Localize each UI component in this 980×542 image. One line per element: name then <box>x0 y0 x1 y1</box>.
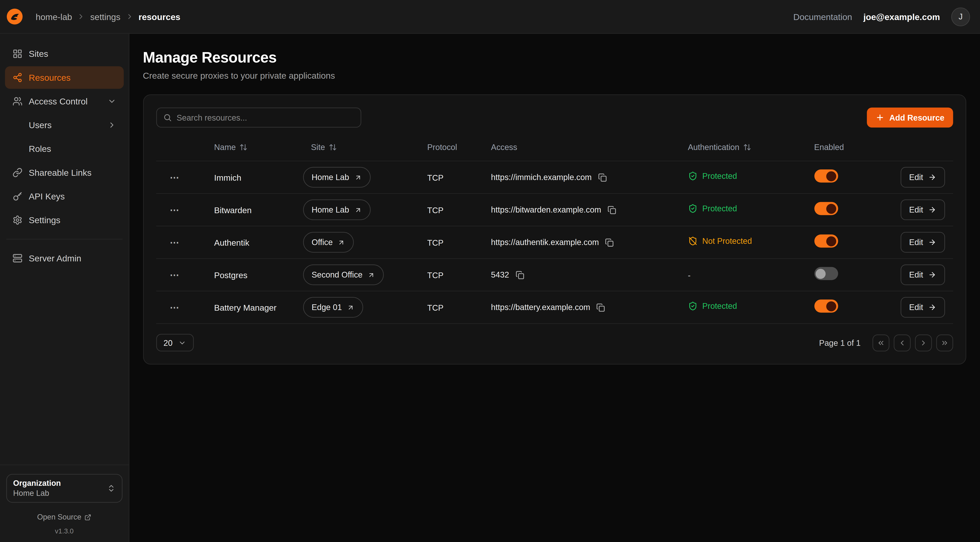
shield-check-icon <box>688 301 697 311</box>
enabled-toggle[interactable] <box>814 169 838 182</box>
edit-button-label: Edit <box>909 172 923 182</box>
site-link[interactable]: Home Lab <box>303 199 371 220</box>
open-source-link[interactable]: Open Source <box>6 513 123 521</box>
edit-button[interactable]: Edit <box>900 265 945 285</box>
sidebar-item-users[interactable]: Users <box>5 114 123 136</box>
column-header-enabled: Enabled <box>814 143 844 152</box>
resources-share-icon <box>13 73 22 83</box>
table-row: ⋯ Authentik Office TCP https://authentik… <box>156 226 953 259</box>
edit-button[interactable]: Edit <box>900 232 945 253</box>
site-link[interactable]: Edge 01 <box>303 297 363 317</box>
protocol-value: TCP <box>427 206 444 215</box>
app-root: home-lab settings resources Documentatio… <box>0 0 980 542</box>
row-menu-button[interactable]: ⋯ <box>169 300 181 314</box>
arrow-up-right-icon <box>338 239 345 246</box>
shield-off-icon <box>688 236 697 245</box>
sidebar-item-sites[interactable]: Sites <box>5 43 123 65</box>
sidebar: Sites Resources Access Control Users <box>0 34 129 542</box>
toggle-knob <box>826 236 836 246</box>
arrow-right-icon <box>928 303 936 311</box>
copy-icon[interactable] <box>605 238 614 247</box>
key-icon <box>13 191 22 201</box>
auth-status-label: Protected <box>702 204 737 213</box>
sidebar-item-api-keys[interactable]: API Keys <box>5 185 123 208</box>
edit-button[interactable]: Edit <box>900 199 945 220</box>
copy-icon[interactable] <box>515 270 524 279</box>
copy-icon[interactable] <box>608 206 616 214</box>
sidebar-footer: Organization Home Lab Open Source v1.3.0 <box>0 464 129 535</box>
previous-page-button[interactable] <box>894 334 911 351</box>
arrow-up-right-icon <box>368 271 375 279</box>
auth-status-label: Protected <box>702 301 737 311</box>
enabled-toggle[interactable] <box>814 300 838 312</box>
page-size-select[interactable]: 20 <box>156 334 194 352</box>
last-page-button[interactable] <box>936 334 953 351</box>
topbar: home-lab settings resources Documentatio… <box>0 0 980 34</box>
users-icon <box>13 96 22 106</box>
sort-icon <box>329 143 337 151</box>
search-input[interactable] <box>156 107 361 128</box>
add-resource-button[interactable]: Add Resource <box>867 107 953 128</box>
avatar[interactable]: J <box>951 7 970 26</box>
sidebar-item-shareable-links[interactable]: Shareable Links <box>5 161 123 184</box>
edit-button-label: Edit <box>909 205 923 214</box>
documentation-link[interactable]: Documentation <box>793 12 852 22</box>
toggle-knob <box>826 204 836 214</box>
chevron-right-icon <box>77 13 85 21</box>
next-page-button[interactable] <box>915 334 932 351</box>
row-menu-button[interactable]: ⋯ <box>169 268 181 282</box>
organization-selector[interactable]: Organization Home Lab <box>6 474 123 503</box>
resource-name: Postgres <box>214 270 247 280</box>
sidebar-item-resources[interactable]: Resources <box>5 66 123 89</box>
first-page-button[interactable] <box>873 334 889 351</box>
site-link[interactable]: Home Lab <box>303 167 371 188</box>
toggle-knob <box>816 269 826 279</box>
toggle-knob <box>826 301 836 311</box>
page-indicator: Page 1 of 1 <box>819 338 861 348</box>
row-menu-button[interactable]: ⋯ <box>169 235 181 249</box>
sort-by-authentication[interactable]: Authentication <box>688 143 751 152</box>
page-title: Manage Resources <box>143 49 966 67</box>
site-link[interactable]: Second Office <box>303 265 384 285</box>
column-header-authentication: Authentication <box>688 143 739 152</box>
app-logo-icon[interactable] <box>6 8 23 25</box>
gear-icon <box>13 215 22 225</box>
link-icon <box>13 167 22 178</box>
edit-button[interactable]: Edit <box>900 297 945 317</box>
row-menu-button[interactable]: ⋯ <box>169 170 181 184</box>
row-menu-button[interactable]: ⋯ <box>169 202 181 217</box>
sort-by-name[interactable]: Name <box>214 143 248 152</box>
sort-by-site[interactable]: Site <box>311 143 337 152</box>
enabled-toggle[interactable] <box>814 202 838 215</box>
sidebar-item-server-admin[interactable]: Server Admin <box>5 247 123 269</box>
site-link[interactable]: Office <box>303 232 354 253</box>
site-link-label: Home Lab <box>312 172 349 182</box>
site-link-label: Second Office <box>312 270 363 280</box>
auth-status-label: Protected <box>702 171 737 181</box>
breadcrumb-settings[interactable]: settings <box>90 12 121 22</box>
column-header-access: Access <box>491 143 517 152</box>
resources-table: Name Site Protocol Access Authentication… <box>156 134 953 324</box>
search-box <box>156 107 361 128</box>
chevrons-up-down-icon <box>107 484 115 493</box>
enabled-toggle[interactable] <box>814 234 838 247</box>
sidebar-item-label: Sites <box>29 49 48 59</box>
breadcrumb-home-lab[interactable]: home-lab <box>35 12 72 22</box>
copy-icon[interactable] <box>597 303 605 312</box>
sidebar-item-access-control[interactable]: Access Control <box>5 90 123 113</box>
auth-status-label: Not Protected <box>702 236 752 245</box>
toggle-knob <box>826 171 836 181</box>
sidebar-item-settings[interactable]: Settings <box>5 209 123 231</box>
external-link-icon <box>84 513 91 521</box>
chevron-down-icon <box>178 339 186 347</box>
sidebar-item-label: Access Control <box>29 96 88 106</box>
enabled-toggle[interactable] <box>814 267 838 280</box>
arrow-up-right-icon <box>354 206 361 214</box>
table-row: ⋯ Bitwarden Home Lab TCP https://bitward… <box>156 194 953 226</box>
arrow-up-right-icon <box>354 174 361 181</box>
access-value: https://authentik.example.com <box>491 238 599 247</box>
arrow-up-right-icon <box>347 303 355 311</box>
sidebar-item-roles[interactable]: Roles <box>5 137 123 160</box>
edit-button[interactable]: Edit <box>900 167 945 188</box>
copy-icon[interactable] <box>598 173 607 182</box>
